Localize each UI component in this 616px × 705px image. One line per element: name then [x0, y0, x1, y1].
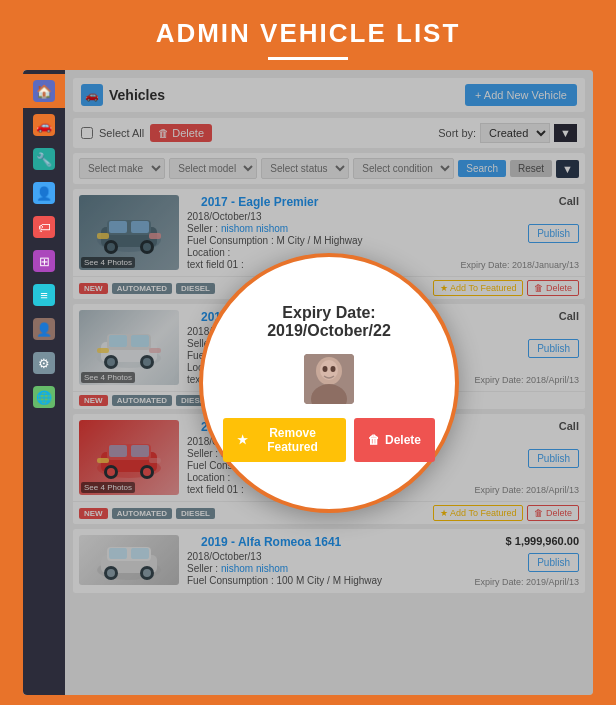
star-icon: ★ — [237, 433, 248, 447]
sidebar-item-user[interactable]: 👤 — [23, 176, 65, 210]
sidebar-item-person[interactable]: 👤 — [23, 312, 65, 346]
svg-point-47 — [331, 366, 336, 372]
sidebar-item-layers[interactable]: ≡ — [23, 278, 65, 312]
popup-expiry-text: Expiry Date: 2019/October/22 — [223, 304, 435, 340]
user-icon: 👤 — [33, 182, 55, 204]
content-area: 🚗 Vehicles + Add New Vehicle Select All … — [65, 70, 593, 695]
sidebar-item-vehicles[interactable]: 🚗 — [23, 108, 65, 142]
layers-icon: ≡ — [33, 284, 55, 306]
popup-delete-button[interactable]: 🗑 Delete — [354, 418, 435, 462]
sidebar-item-tag[interactable]: 🏷 — [23, 210, 65, 244]
remove-featured-label: Remove Featured — [253, 426, 332, 454]
tag-icon: 🏷 — [33, 216, 55, 238]
globe-icon: 🌐 — [33, 386, 55, 408]
main-container: 🏠 🚗 🔧 👤 🏷 ⊞ ≡ 👤 ⚙ 🌐 — [23, 70, 593, 695]
sidebar: 🏠 🚗 🔧 👤 🏷 ⊞ ≡ 👤 ⚙ 🌐 — [23, 70, 65, 695]
sidebar-item-settings[interactable]: ⚙ — [23, 346, 65, 380]
steering-icon: 🔧 — [33, 148, 55, 170]
svg-point-46 — [323, 366, 328, 372]
grid-icon: ⊞ — [33, 250, 55, 272]
remove-featured-button[interactable]: ★ Remove Featured — [223, 418, 346, 462]
sidebar-item-grid[interactable]: ⊞ — [23, 244, 65, 278]
popup-delete-label: Delete — [385, 433, 421, 447]
trash-icon-popup: 🗑 — [368, 433, 380, 447]
person-icon: 👤 — [33, 318, 55, 340]
sidebar-item-home[interactable]: 🏠 — [23, 74, 65, 108]
header-divider — [268, 57, 348, 60]
popup-avatar — [304, 354, 354, 404]
page-title: ADMIN VEHICLE LIST — [0, 18, 616, 49]
settings-icon: ⚙ — [33, 352, 55, 374]
home-icon: 🏠 — [33, 80, 55, 102]
page-header: ADMIN VEHICLE LIST — [0, 0, 616, 70]
popup-buttons: ★ Remove Featured 🗑 Delete — [223, 418, 435, 462]
popup-circle: Expiry Date: 2019/October/22 ★ — [199, 253, 459, 513]
popup-overlay: Expiry Date: 2019/October/22 ★ — [65, 70, 593, 695]
sidebar-item-steering[interactable]: 🔧 — [23, 142, 65, 176]
car-icon: 🚗 — [33, 114, 55, 136]
sidebar-item-globe[interactable]: 🌐 — [23, 380, 65, 414]
